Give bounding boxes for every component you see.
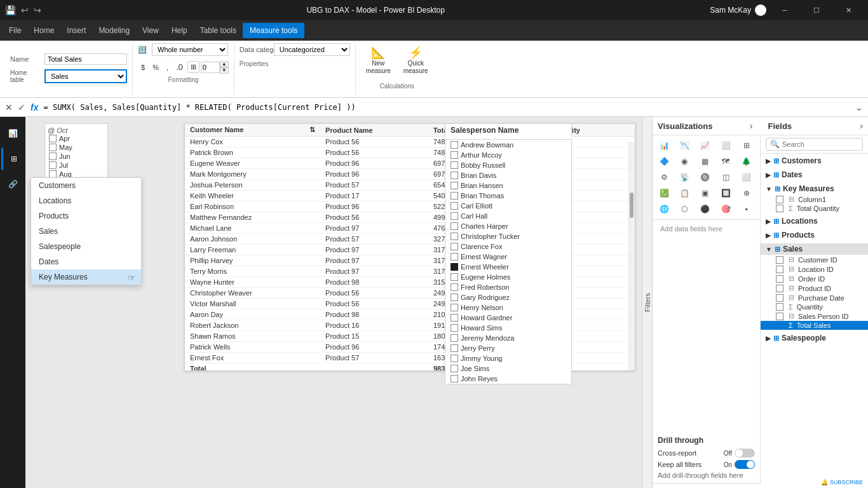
field-group-header-3[interactable]: ▶⊞Locations: [761, 215, 868, 227]
minimize-button[interactable]: ─: [770, 0, 799, 20]
dd-customers[interactable]: Customers: [31, 178, 141, 193]
salesperson-checkbox[interactable]: [451, 202, 458, 210]
salesperson-checkbox[interactable]: [451, 355, 458, 362]
viz-icon-2[interactable]: 📈: [696, 138, 714, 153]
undo-icon[interactable]: ↩: [21, 5, 29, 15]
format-currency-btn[interactable]: ⊞: [187, 61, 200, 73]
date-may[interactable]: May: [48, 143, 105, 152]
field-checkbox[interactable]: [776, 313, 783, 320]
salesperson-checkbox[interactable]: [451, 314, 458, 322]
field-group-header-0[interactable]: ▶⊞Customers: [761, 155, 868, 166]
viz-icon-18[interactable]: 🔲: [717, 186, 735, 201]
salesperson-item[interactable]: Jerry Perry: [445, 343, 571, 353]
menu-file[interactable]: File: [3, 24, 27, 37]
menu-table-tools[interactable]: Table tools: [194, 24, 243, 37]
field-item-sales-person-id[interactable]: ⊟Sales Person ID: [761, 311, 868, 321]
keep-filters-toggle[interactable]: On: [724, 460, 755, 469]
field-item-order-id[interactable]: ⊟Order ID: [761, 274, 868, 283]
table-scrollbar[interactable]: [628, 142, 635, 370]
format-dollar-btn[interactable]: $: [138, 62, 148, 73]
field-checkbox[interactable]: [776, 275, 783, 283]
salesperson-item[interactable]: Carl Elliott: [445, 201, 571, 211]
nav-report-icon[interactable]: 📊: [1, 122, 24, 145]
formula-expand-icon[interactable]: ⌄: [855, 102, 863, 112]
dd-key-measures[interactable]: Key Measures ☞: [31, 269, 141, 285]
field-item-total-sales[interactable]: ΣTotal Sales: [761, 321, 868, 330]
dd-products[interactable]: Products: [31, 208, 141, 224]
home-table-select[interactable]: Customers Locations Products Sales Sales…: [44, 69, 127, 83]
salesperson-checkbox[interactable]: [451, 161, 458, 169]
field-item-location-id[interactable]: ⊟Location ID: [761, 264, 868, 274]
viz-icon-23[interactable]: 🎯: [717, 201, 735, 217]
field-checkbox[interactable]: [776, 196, 783, 203]
salesperson-checkbox[interactable]: [451, 212, 458, 220]
date-apr[interactable]: Apr: [48, 134, 105, 143]
viz-icon-10[interactable]: ⚙: [655, 170, 673, 185]
salesperson-item[interactable]: Christopher Tucker: [445, 231, 571, 241]
salesperson-checkbox[interactable]: [451, 283, 458, 291]
format-comma-btn[interactable]: ,: [163, 62, 172, 73]
decimal-up[interactable]: ▲: [220, 61, 229, 67]
salesperson-item[interactable]: Brian Davis: [445, 170, 571, 180]
menu-modeling[interactable]: Modeling: [92, 24, 136, 37]
decimal-down[interactable]: ▼: [220, 67, 229, 74]
search-input[interactable]: [782, 140, 858, 148]
salesperson-checkbox[interactable]: [451, 263, 458, 271]
field-group-header-6[interactable]: ▶⊞Salespeople: [761, 332, 868, 344]
salesperson-checkbox[interactable]: [451, 344, 458, 352]
viz-icon-20[interactable]: 🌐: [655, 201, 673, 217]
field-item-total-quantity[interactable]: ΣTotal Quantity: [761, 204, 868, 213]
menu-insert[interactable]: Insert: [60, 24, 92, 37]
viz-icon-12[interactable]: 🔘: [696, 170, 714, 185]
viz-icon-17[interactable]: ▣: [696, 186, 714, 201]
viz-icon-7[interactable]: ▦: [696, 154, 714, 169]
save-icon[interactable]: 💾: [5, 5, 16, 15]
salesperson-item[interactable]: Eugene Holmes: [445, 272, 571, 282]
field-item-product-id[interactable]: ⊟Product ID: [761, 283, 868, 293]
salesperson-item[interactable]: Arthur Mccoy: [445, 150, 571, 160]
salesperson-checkbox[interactable]: [451, 192, 458, 200]
nav-model-icon[interactable]: 🔗: [1, 173, 24, 196]
salesperson-checkbox[interactable]: [451, 233, 458, 240]
field-checkbox[interactable]: [776, 266, 783, 273]
cross-report-track[interactable]: [735, 449, 755, 458]
viz-expand-icon[interactable]: ›: [750, 121, 753, 131]
filter-sidebar[interactable]: Filters: [642, 117, 652, 488]
viz-icon-6[interactable]: ◉: [675, 154, 693, 169]
date-jun[interactable]: Jun: [48, 152, 105, 161]
salesperson-checkbox[interactable]: [451, 273, 458, 281]
salesperson-item[interactable]: Charles Harper: [445, 221, 571, 231]
salesperson-item[interactable]: Clarence Fox: [445, 241, 571, 252]
viz-icon-11[interactable]: 📡: [675, 170, 693, 185]
fields-expand-icon[interactable]: ›: [860, 121, 863, 131]
redo-icon[interactable]: ↪: [34, 5, 41, 15]
salesperson-item[interactable]: Brian Hansen: [445, 180, 571, 191]
format-decimal-btn[interactable]: .0: [173, 60, 186, 74]
dd-sales[interactable]: Sales: [31, 224, 141, 239]
menu-measure-tools[interactable]: Measure tools: [243, 23, 304, 38]
field-item-customer-id[interactable]: ⊟Customer ID: [761, 255, 868, 264]
menu-help[interactable]: Help: [165, 24, 194, 37]
field-item-quantity[interactable]: ΣQuantity: [761, 302, 868, 311]
salesperson-checkbox[interactable]: [451, 243, 458, 250]
field-item-purchase-date[interactable]: ⊟Purchase Date: [761, 293, 868, 302]
salesperson-item[interactable]: Howard Sims: [445, 323, 571, 333]
field-group-header-4[interactable]: ▶⊞Products: [761, 229, 868, 241]
salesperson-item[interactable]: Joe Sims: [445, 363, 571, 374]
viz-icon-1[interactable]: 📉: [675, 138, 693, 153]
salesperson-item[interactable]: Brian Thomas: [445, 191, 571, 201]
decimal-value[interactable]: [201, 62, 220, 73]
new-measure-button[interactable]: 📐 Newmeasure: [361, 43, 396, 78]
field-checkbox[interactable]: [776, 205, 783, 212]
datatype-select[interactable]: Whole number Decimal number Text Date: [152, 43, 228, 56]
keep-filters-track[interactable]: [735, 460, 755, 469]
salesperson-checkbox[interactable]: [451, 222, 458, 230]
viz-icon-4[interactable]: ⊞: [738, 138, 756, 153]
salesperson-checkbox[interactable]: [451, 141, 458, 149]
viz-icon-5[interactable]: 🔷: [655, 154, 673, 169]
viz-icon-16[interactable]: 📋: [675, 186, 693, 201]
salesperson-item[interactable]: John Reyes: [445, 374, 571, 384]
field-checkbox[interactable]: [776, 294, 783, 302]
salesperson-item[interactable]: Fred Robertson: [445, 282, 571, 292]
dd-salespeople[interactable]: Salespeople: [31, 239, 141, 254]
